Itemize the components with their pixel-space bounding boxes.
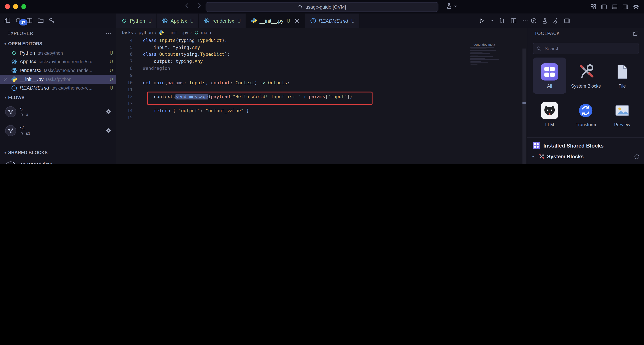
breadcrumb-item-tasks[interactable]: tasks <box>122 30 133 35</box>
line-number: 14 <box>116 107 132 114</box>
toolpack-search-input[interactable] <box>544 46 636 51</box>
tab-__init__.py[interactable]: __init__.pyU <box>246 14 305 28</box>
maximize-window-icon[interactable] <box>22 4 26 9</box>
git-status-badge: U <box>287 18 290 23</box>
tab-Python[interactable]: PythonU <box>116 14 157 28</box>
flows-list: sas1s1 <box>0 102 116 140</box>
toolpack-category-file[interactable]: File <box>605 58 639 94</box>
close-editor-icon[interactable] <box>2 76 9 82</box>
key-icon[interactable] <box>48 17 55 24</box>
layout-sidebar-left-icon[interactable] <box>601 4 607 10</box>
tab-label: App.tsx <box>171 18 187 24</box>
oo-file-icon <box>121 18 127 24</box>
file-name: __init__.py <box>20 76 44 82</box>
layout-sidebar-right-icon[interactable] <box>622 4 628 10</box>
toolpack-category-preview[interactable]: Preview <box>605 96 639 132</box>
apps-grid-icon[interactable] <box>590 4 596 10</box>
run-dropdown-icon[interactable] <box>490 19 494 23</box>
open-editor-README.md[interactable]: README.mdtasks/python/oo-re...U <box>0 84 116 93</box>
breadcrumb-item-python[interactable]: python <box>139 30 153 35</box>
layout-panel-bottom-icon[interactable] <box>612 4 618 10</box>
code-editor[interactable]: 4class Inputs(typing.TypedDict):5 input:… <box>116 37 527 164</box>
package-icon[interactable] <box>531 18 537 24</box>
more-actions-icon[interactable] <box>522 18 528 24</box>
section-shared-blocks[interactable]: ▾ SHARED BLOCKS <box>0 148 116 157</box>
tab-App.tsx[interactable]: App.tsxU <box>157 14 199 28</box>
section-open-editors[interactable]: ▾ OPEN EDITORS <box>0 39 116 49</box>
forward-icon[interactable] <box>196 3 202 9</box>
open-editor-render.tsx[interactable]: render.tsxtasks/python/oo-rende...U <box>0 66 116 75</box>
window-controls[interactable] <box>5 4 26 9</box>
file-path: tasks/python <box>46 77 110 82</box>
tab-render.tsx[interactable]: render.tsxU <box>199 14 246 28</box>
explorer-icon[interactable] <box>4 17 11 24</box>
toolpack-category-all[interactable]: All <box>533 58 566 94</box>
scrollbar-selection-mark <box>522 102 526 104</box>
scrollbar-thumb[interactable] <box>522 48 526 164</box>
git-status-badge: U <box>148 18 152 23</box>
toolpack-category-llm[interactable]: LLM <box>533 96 566 132</box>
code-line-13: 13 <box>116 100 527 107</box>
close-window-icon[interactable] <box>5 4 10 9</box>
editor-dirty-spacer <box>2 59 9 65</box>
flow-name: s1 <box>20 125 30 131</box>
section-flows[interactable]: ▾ FLOWS <box>0 93 116 102</box>
flow-item-s[interactable]: sa <box>0 102 116 121</box>
git-status-badge: U <box>110 50 113 55</box>
python-file-icon <box>251 18 257 24</box>
flow-sub-label: a <box>26 112 28 117</box>
toolpack-panel: TOOLPACK AllSystem BlocksFileLLMTransfor… <box>527 28 644 164</box>
close-tab-icon[interactable] <box>294 18 300 24</box>
flow-item-s1[interactable]: s1s1 <box>0 121 116 140</box>
line-number: 8 <box>116 65 132 72</box>
back-icon[interactable] <box>184 3 190 9</box>
toolpack-category-transform[interactable]: Transform <box>569 96 603 132</box>
split-editor-icon[interactable] <box>510 18 517 24</box>
toolpack-category-system-blocks[interactable]: System Blocks <box>569 58 603 94</box>
toolpack-search[interactable] <box>533 43 639 54</box>
toolpack-group-system-blocks[interactable]: ▾System Blocks <box>527 151 644 162</box>
open-editor-App.tsx[interactable]: App.tsxtasks/python/oo-render/srcU <box>0 57 116 66</box>
shared-item-advanced-flow[interactable]: advanced-flowadvanced-flow <box>0 157 116 164</box>
flow-settings-gear-icon[interactable] <box>106 109 111 115</box>
minimize-window-icon[interactable] <box>13 4 18 9</box>
open-editor-Python[interactable]: Pythontasks/pythonU <box>0 48 116 57</box>
layout-panel-right-icon[interactable] <box>564 18 570 24</box>
toolpack-categories: AllSystem BlocksFileLLMTransformPreview <box>533 58 639 132</box>
line-number: 10 <box>116 79 132 86</box>
tab-label: Python <box>130 18 145 24</box>
breadcrumb-item-main[interactable]: main <box>194 30 211 35</box>
source-control-graph-icon[interactable] <box>499 18 505 24</box>
chevron-down-icon <box>454 4 458 8</box>
git-status-badge: U <box>110 77 113 82</box>
info-icon[interactable] <box>634 154 640 159</box>
breadcrumb-item-__init__.py[interactable]: __init__.py <box>158 30 188 35</box>
title-bar: usage-guide [OVM] <box>0 0 644 14</box>
shared-blocks-list: advanced-flowadvanced-flowpythonpython <box>0 157 116 164</box>
beaker-test-icon[interactable] <box>542 18 548 24</box>
settings-gear-icon[interactable] <box>633 4 639 10</box>
open-in-editor-icon[interactable] <box>633 31 638 36</box>
more-actions-icon[interactable] <box>106 31 111 36</box>
file-path: tasks/python/oo-rende... <box>44 68 110 73</box>
minimap-label: generated meta <box>474 43 519 47</box>
flow-settings-gear-icon[interactable] <box>106 128 111 134</box>
run-button[interactable] <box>478 18 485 24</box>
command-center-search[interactable]: usage-guide [OVM] <box>206 2 438 12</box>
minimap[interactable]: generated meta <box>470 43 518 65</box>
code-line-11: 11 <box>116 86 527 93</box>
clean-broom-icon[interactable] <box>553 18 559 24</box>
file-name: README.md <box>20 85 49 91</box>
line-number: 4 <box>116 37 132 44</box>
git-status-badge: U <box>110 86 113 91</box>
folder-icon[interactable] <box>38 17 44 24</box>
advanced-flow-icon <box>5 161 16 164</box>
breadcrumb[interactable]: tasks›python›__init__.py›main <box>116 28 527 37</box>
changes-count-badge: 37 <box>19 19 28 26</box>
open-editor-__init__.py[interactable]: __init__.pytasks/pythonU <box>0 75 116 84</box>
tab-README.md[interactable]: README.mdU <box>305 14 360 28</box>
environment-switcher[interactable] <box>446 3 458 9</box>
toolpack-block-python[interactable]: Python <box>527 162 644 164</box>
code-line-7: 7 output: typing.Any <box>116 58 527 65</box>
subflow-icon <box>20 113 24 117</box>
